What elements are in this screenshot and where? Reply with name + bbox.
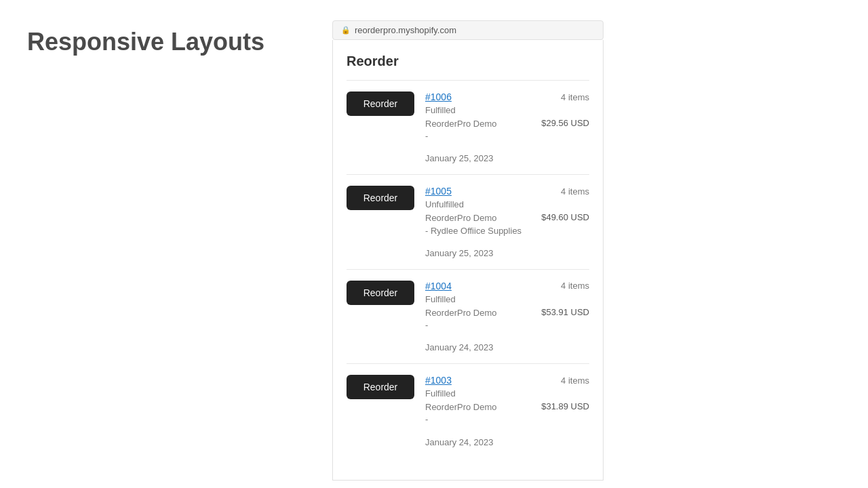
order-details: #1003 4 items Fulfilled ReorderPro Demo-… [425,375,589,426]
order-date: January 25, 2023 [425,248,493,258]
order-price: $29.56 USD [541,118,589,128]
order-shop: ReorderPro Demo- Rydlee Offiice Supplies [425,212,521,237]
order-number-link[interactable]: #1006 [425,92,452,102]
section-title: Reorder [347,54,589,69]
order-number-link[interactable]: #1004 [425,281,452,291]
order-header: #1006 4 items [425,92,589,102]
order-details: #1005 4 items Unfulfilled ReorderPro Dem… [425,186,589,237]
order-items-count: 4 items [561,281,589,291]
order-date-row: January 25, 2023 [347,148,589,163]
order-status: Unfulfilled [425,199,589,209]
order-date: January 25, 2023 [425,153,493,163]
lock-icon: 🔒 [341,26,351,35]
order-shop: ReorderPro Demo- [425,401,497,426]
order-meta: ReorderPro Demo- $53.91 USD [425,307,589,331]
order-price: $49.60 USD [541,212,589,222]
order-header: #1004 4 items [425,281,589,291]
order-item: Reorder #1003 4 items Fulfilled ReorderP… [347,363,589,458]
reorder-button[interactable]: Reorder [347,375,414,399]
order-details: #1006 4 items Fulfilled ReorderPro Demo-… [425,92,589,142]
order-date: January 24, 2023 [425,437,493,447]
order-list: Reorder #1006 4 items Fulfilled ReorderP… [347,80,589,458]
page-title: Responsive Layouts [27,27,264,56]
order-status: Fulfilled [425,105,589,115]
order-status: Fulfilled [425,294,589,304]
order-price: $31.89 USD [541,401,589,411]
browser-address-bar: 🔒 reorderpro.myshopify.com [332,20,604,40]
order-status: Fulfilled [425,388,589,399]
reorder-button[interactable]: Reorder [347,281,414,305]
order-meta: ReorderPro Demo- $31.89 USD [425,401,589,426]
order-top-row: Reorder #1006 4 items Fulfilled ReorderP… [347,92,589,142]
order-details: #1004 4 items Fulfilled ReorderPro Demo-… [425,281,589,331]
browser-content: Reorder Reorder #1006 4 items Fulfilled … [332,40,604,481]
order-top-row: Reorder #1003 4 items Fulfilled ReorderP… [347,375,589,426]
reorder-button[interactable]: Reorder [347,92,414,116]
browser-frame: 🔒 reorderpro.myshopify.com Reorder Reord… [332,20,604,481]
order-header: #1003 4 items [425,375,589,386]
order-date-row: January 24, 2023 [347,337,589,352]
order-top-row: Reorder #1005 4 items Unfulfilled Reorde… [347,186,589,237]
order-items-count: 4 items [561,92,589,102]
order-meta: ReorderPro Demo- $29.56 USD [425,118,589,142]
browser-url: reorderpro.myshopify.com [355,25,456,35]
reorder-button[interactable]: Reorder [347,186,414,210]
order-items-count: 4 items [561,186,589,197]
order-top-row: Reorder #1004 4 items Fulfilled ReorderP… [347,281,589,331]
order-date-row: January 25, 2023 [347,243,589,258]
order-date-row: January 24, 2023 [347,432,589,447]
order-item: Reorder #1004 4 items Fulfilled ReorderP… [347,269,589,363]
order-date: January 24, 2023 [425,342,493,352]
order-items-count: 4 items [561,375,589,386]
order-shop: ReorderPro Demo- [425,307,497,331]
order-header: #1005 4 items [425,186,589,197]
order-shop: ReorderPro Demo- [425,118,497,142]
order-price: $53.91 USD [541,307,589,317]
order-meta: ReorderPro Demo- Rydlee Offiice Supplies… [425,212,589,237]
order-item: Reorder #1005 4 items Unfulfilled Reorde… [347,174,589,268]
order-number-link[interactable]: #1005 [425,186,452,197]
order-item: Reorder #1006 4 items Fulfilled ReorderP… [347,80,589,174]
order-number-link[interactable]: #1003 [425,375,452,386]
